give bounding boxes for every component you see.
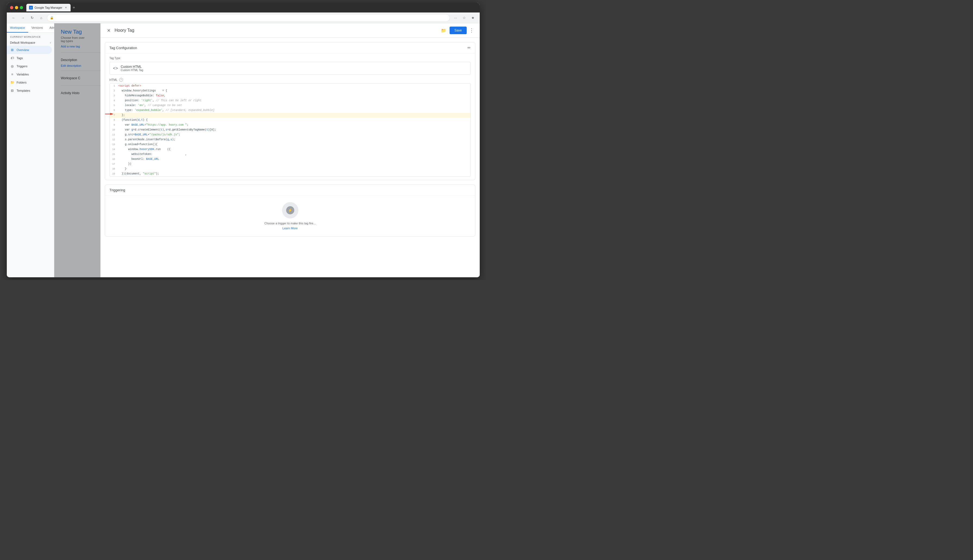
sidebar-item-folders-label: Folders <box>17 81 27 84</box>
refresh-button[interactable]: ↻ <box>28 14 35 22</box>
chevron-right-icon: › <box>50 41 51 44</box>
code-line-17: 17 }) <box>110 162 471 167</box>
tags-icon: 🏷 <box>10 56 14 60</box>
browser-tab[interactable]: ◇ Google Tag Manager ✕ <box>26 4 70 12</box>
code-line-7: 7 }; <box>110 113 471 118</box>
code-line-15: 15 websiteToken: , <box>110 152 471 157</box>
tab-workspace[interactable]: Workspace <box>7 23 28 33</box>
triggering-empty-state: ⚡ Choose a trigger to make this tag fire… <box>105 196 475 236</box>
workspace-selector[interactable]: Default Workspace › <box>7 39 54 46</box>
traffic-lights <box>10 6 23 9</box>
trigger-empty-text: Choose a trigger to make this tag fire..… <box>264 222 316 225</box>
modal-title: Hoory Tag <box>115 28 439 33</box>
variables-icon: ⌗ <box>10 72 14 77</box>
sidebar-item-templates[interactable]: ⊟ Templates <box>7 87 52 95</box>
modal-panel: ✕ Hoory Tag 📁 Save ⋮ Tag Configuration ✏ <box>100 23 480 277</box>
tab-favicon: ◇ <box>29 6 33 10</box>
svg-marker-1 <box>110 113 113 115</box>
sidebar-item-overview[interactable]: ⊞ Overview <box>7 46 52 54</box>
templates-icon: ⊟ <box>10 88 14 93</box>
html-label: HTML <box>109 78 118 82</box>
code-line-4: 4 position: 'right', // This can be left… <box>110 98 471 103</box>
edit-icon[interactable]: ✏ <box>467 46 471 50</box>
code-line-10: 10 var g=d.createElement(t),s=d.getEleme… <box>110 128 471 132</box>
gtm-nav-tabs: Workspace Versions Admin <box>7 23 54 33</box>
tag-type-info: Custom HTML Custom HTML Tag <box>121 65 144 72</box>
code-line-8: 8 (function(d,t) { <box>110 118 471 123</box>
workspace-name: Default Workspace <box>10 41 35 44</box>
config-card-title: Tag Configuration <box>109 46 137 50</box>
modal-body: Tag Configuration ✏ Tag Type <> Custom H… <box>100 38 480 277</box>
more-button[interactable]: ··· <box>452 14 459 22</box>
tag-type-name: Custom HTML <box>121 65 144 68</box>
tag-configuration-card: Tag Configuration ✏ Tag Type <> Custom H… <box>105 42 476 180</box>
close-button[interactable] <box>10 6 13 9</box>
tab-close-button[interactable]: ✕ <box>64 6 68 10</box>
trigger-icon-circle: ⚡ <box>282 202 298 218</box>
forward-button[interactable]: → <box>19 14 26 22</box>
modal-header: ✕ Hoory Tag 📁 Save ⋮ <box>100 23 480 38</box>
gtm-sidebar: Workspace Versions Admin CURRENT WORKSPA… <box>7 23 54 277</box>
sidebar-section-label: CURRENT WORKSPACE <box>7 33 54 39</box>
title-bar: ◇ Google Tag Manager ✕ + <box>7 3 480 12</box>
sidebar-item-variables[interactable]: ⌗ Variables <box>7 70 52 78</box>
sidebar-item-tags-label: Tags <box>17 57 23 60</box>
modal-close-button[interactable]: ✕ <box>105 27 112 34</box>
triggers-icon: ◎ <box>10 64 14 68</box>
code-line-16: 16 baseUrl: BASE_URL <box>110 157 471 162</box>
tab-bar: ◇ Google Tag Manager ✕ + <box>26 4 476 12</box>
minimize-button[interactable] <box>15 6 18 9</box>
sidebar-item-triggers-label: Triggers <box>17 65 27 68</box>
help-icon[interactable]: ? <box>119 78 123 82</box>
code-line-13: 13 g.onload=function(){ <box>110 142 471 147</box>
custom-html-icon: <> <box>113 66 118 71</box>
code-line-3: 3 hideMessageBubble: false, <box>110 93 471 98</box>
tag-type-selector[interactable]: <> Custom HTML Custom HTML Tag <box>109 62 471 75</box>
content-area: Workspace Versions Admin CURRENT WORKSPA… <box>7 23 480 277</box>
tag-type-label: Tag Type <box>109 57 471 60</box>
folder-icon[interactable]: 📁 <box>441 28 446 33</box>
save-button[interactable]: Save <box>450 27 467 34</box>
triggering-card: Triggering ⚡ Choose a trigger to make th… <box>105 185 476 237</box>
html-label-row: HTML ? <box>109 78 471 82</box>
config-card-body: Tag Type <> Custom HTML Custom HTML Tag <box>105 53 475 180</box>
code-line-9: 9 var BASE_URL="https://app. hoory.com "… <box>110 123 471 128</box>
tab-versions[interactable]: Versions <box>28 23 46 33</box>
bookmark-button[interactable]: ★ <box>469 14 476 22</box>
code-line-6: 6 type: 'expanded_bubble', // [standard,… <box>110 108 471 113</box>
home-button[interactable]: ⌂ <box>38 14 45 22</box>
sidebar-item-tags[interactable]: 🏷 Tags <box>7 54 52 62</box>
learn-more-link[interactable]: Learn More <box>282 227 297 230</box>
code-line-11: 11 g.src=BASE_URL+"/packs/js/sdk.js"; <box>110 132 471 137</box>
red-arrow-svg <box>105 112 113 116</box>
sidebar-item-triggers[interactable]: ◎ Triggers <box>7 62 52 70</box>
tab-title: Google Tag Manager <box>35 6 62 9</box>
back-button[interactable]: ← <box>10 14 17 22</box>
nav-actions: ··· ☆ ★ <box>452 14 476 22</box>
code-editor[interactable]: 1 <script defer> 2 window.hooorySettings… <box>109 83 471 177</box>
trigger-icon: ⚡ <box>286 206 294 214</box>
address-bar[interactable]: 🔒 <box>47 14 450 22</box>
folders-icon: 📁 <box>10 80 14 85</box>
sidebar-item-folders[interactable]: 📁 Folders <box>7 78 52 87</box>
overview-icon: ⊞ <box>10 48 14 52</box>
sidebar-item-variables-label: Variables <box>17 73 29 76</box>
code-line-14: 14 window.hooorySDK.run ({ <box>110 147 471 152</box>
code-line-12: 12 s.parentNode.insertBefore(g,s); <box>110 137 471 142</box>
sidebar-item-overview-label: Overview <box>17 48 29 52</box>
arrow-indicator <box>105 112 113 116</box>
tag-type-subtitle: Custom HTML Tag <box>121 68 144 72</box>
gtm-main: New Tag Choose from overtag types Add a … <box>54 23 480 277</box>
code-line-1: 1 <script defer> <box>110 83 471 88</box>
triggering-header: Triggering <box>105 185 475 196</box>
fullscreen-button[interactable] <box>20 6 23 9</box>
config-card-header: Tag Configuration ✏ <box>105 42 475 53</box>
code-line-18: 18 } <box>110 167 471 172</box>
code-line-5: 5 locale: 'en', // Language to be set <box>110 103 471 108</box>
code-line-2: 2 window.hooorySettings = { <box>110 88 471 93</box>
sidebar-item-templates-label: Templates <box>17 89 30 92</box>
pocket-button[interactable]: ☆ <box>461 14 468 22</box>
more-options-button[interactable]: ⋮ <box>468 27 476 34</box>
new-tab-button[interactable]: + <box>72 5 76 10</box>
modal-overlay: ✕ Hoory Tag 📁 Save ⋮ Tag Configuration ✏ <box>54 23 480 277</box>
